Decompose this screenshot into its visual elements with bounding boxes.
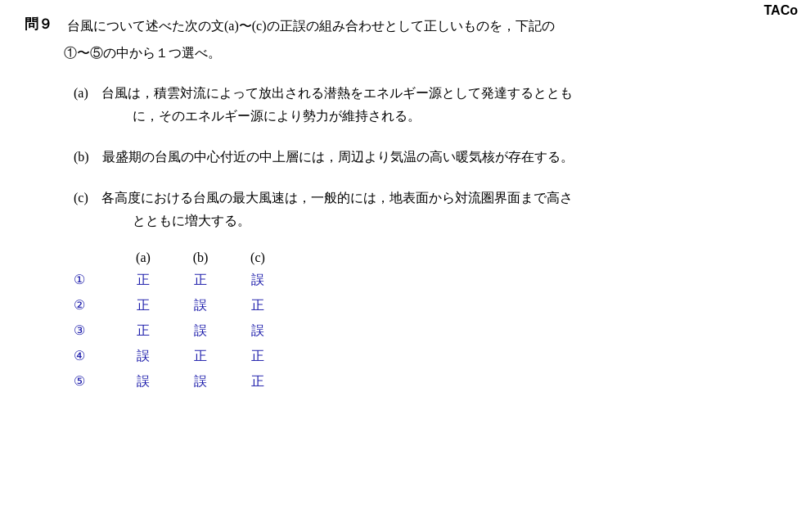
question-subtext: ①〜⑤の中から１つ選べ。 (64, 42, 781, 64)
statement-c-text: (c) 各高度における台風の最大風速は，一般的には，地表面から対流圏界面まで高さ… (74, 187, 781, 232)
row-5-a: 誤 (115, 370, 172, 394)
row-4-c: 正 (229, 345, 286, 368)
row-2-a: 正 (115, 294, 172, 318)
question-text-line1: 台風について述べた次の文(a)〜(c)の正誤の組み合わせとして正しいものを，下記… (67, 15, 555, 37)
header-col-c: (c) (229, 250, 286, 265)
header-col-b: (b) (172, 250, 229, 265)
statement-b-label: (b) (74, 150, 89, 164)
statement-a-label: (a) (74, 86, 88, 100)
row-4-num: ④ (74, 345, 115, 368)
statement-b-content: 最盛期の台風の中心付近の中上層には，周辺より気温の高い暖気核が存在する。 (102, 150, 574, 164)
answer-table-header: (a) (b) (c) (74, 250, 781, 265)
statement-a: (a) 台風は，積雲対流によって放出される潜熱をエネルギー源として発達するととも… (74, 82, 781, 128)
row-2-num: ② (74, 294, 115, 318)
row-4-a: 誤 (115, 345, 172, 368)
row-3-c: 誤 (229, 319, 286, 343)
answer-row-5: ⑤ 誤 誤 正 (74, 370, 781, 394)
answer-row-3: ③ 正 誤 誤 (74, 319, 781, 343)
statement-c-line1: 各高度における台風の最大風速は，一般的には，地表面から対流圏界面まで高さ (101, 191, 573, 205)
answer-row-4: ④ 誤 正 正 (74, 345, 781, 368)
row-1-b: 正 (172, 268, 229, 292)
row-5-c: 正 (229, 370, 286, 394)
statement-a-text: (a) 台風は，積雲対流によって放出される潜熱をエネルギー源として発達するととも… (74, 82, 781, 128)
statement-b-text: (b) 最盛期の台風の中心付近の中上層には，周辺より気温の高い暖気核が存在する。 (74, 146, 781, 169)
page-container: TACo 問９ 台風について述べた次の文(a)〜(c)の正誤の組み合わせとして正… (0, 0, 806, 409)
question-number: 問９ (25, 15, 52, 34)
statement-b: (b) 最盛期の台風の中心付近の中上層には，周辺より気温の高い暖気核が存在する。 (74, 146, 781, 169)
row-5-b: 誤 (172, 370, 229, 394)
answer-row-1: ① 正 正 誤 (74, 268, 781, 292)
row-1-a: 正 (115, 268, 172, 292)
taco-label: TACo (764, 3, 798, 18)
row-3-b: 誤 (172, 319, 229, 343)
question-header: 問９ 台風について述べた次の文(a)〜(c)の正誤の組み合わせとして正しいものを… (25, 15, 781, 37)
statement-c-line2: とともに増大する。 (106, 214, 250, 228)
row-2-c: 正 (229, 294, 286, 318)
row-3-num: ③ (74, 319, 115, 343)
statement-c-label: (c) (74, 191, 88, 205)
row-4-b: 正 (172, 345, 229, 368)
statement-a-line1: 台風は，積雲対流によって放出される潜熱をエネルギー源として発達するととも (101, 86, 573, 100)
header-col-a: (a) (115, 250, 172, 265)
statement-c: (c) 各高度における台風の最大風速は，一般的には，地表面から対流圏界面まで高さ… (74, 187, 781, 232)
answer-row-2: ② 正 誤 正 (74, 294, 781, 318)
row-2-b: 誤 (172, 294, 229, 318)
row-5-num: ⑤ (74, 370, 115, 394)
statement-a-line2: に，そのエネルギー源により勢力が維持される。 (106, 109, 421, 123)
answer-table: (a) (b) (c) ① 正 正 誤 ② 正 誤 正 ③ 正 誤 誤 ④ 誤 … (74, 250, 781, 393)
row-3-a: 正 (115, 319, 172, 343)
row-1-c: 誤 (229, 268, 286, 292)
row-1-num: ① (74, 268, 115, 292)
